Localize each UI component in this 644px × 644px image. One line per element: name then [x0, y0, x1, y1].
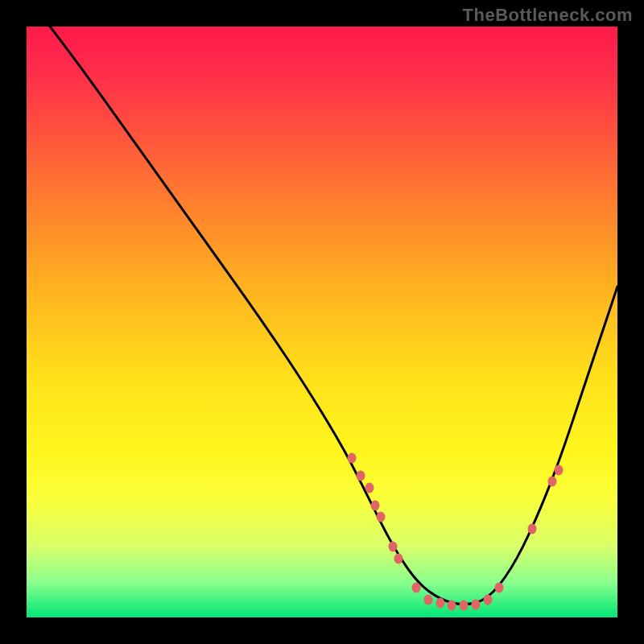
- scatter-point: [412, 583, 421, 593]
- scatter-point: [371, 500, 380, 510]
- scatter-point: [377, 512, 386, 522]
- scatter-point: [495, 583, 504, 593]
- scatter-point: [347, 452, 356, 463]
- scatter-point: [424, 594, 433, 605]
- scatter-point: [483, 594, 492, 605]
- scatter-point: [448, 601, 456, 611]
- scatter-point: [548, 477, 557, 487]
- watermark-text: TheBottleneck.com: [463, 5, 633, 26]
- scatter-points-layer: [27, 27, 617, 617]
- scatter-point: [356, 470, 365, 481]
- scatter-point: [365, 482, 374, 493]
- scatter-point: [436, 597, 444, 608]
- scatter-point: [394, 553, 403, 564]
- scatter-point: [389, 541, 398, 551]
- scatter-point: [460, 601, 469, 611]
- chart-plot-area: [27, 27, 617, 617]
- scatter-point: [471, 599, 480, 609]
- scatter-point: [527, 523, 536, 534]
- scatter-point: [554, 464, 563, 475]
